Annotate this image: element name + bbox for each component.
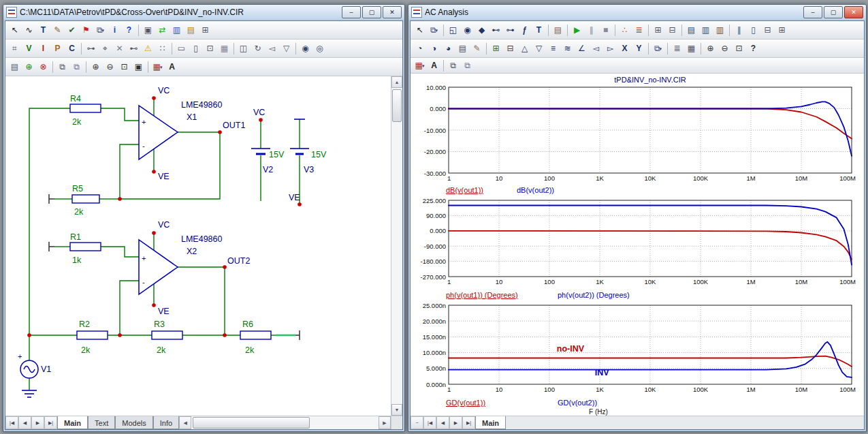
cross-hair-icon[interactable]: ⌖ (98, 42, 112, 55)
select-mode-icon[interactable]: ↖ (7, 24, 22, 37)
go-to-y-icon[interactable]: Y (632, 42, 646, 55)
close-button[interactable]: ✕ (844, 6, 863, 18)
zoom-area-icon[interactable]: ⊡ (732, 42, 746, 55)
color-pattern-icon[interactable]: ▦▾ (413, 59, 427, 72)
text-mode-icon[interactable]: T (36, 24, 50, 37)
node-voltages-icon[interactable]: V (22, 42, 36, 55)
label-out1[interactable]: OUT1 (223, 121, 245, 130)
panel-stack-1-icon[interactable]: ▤ (684, 24, 698, 37)
dropdown-arrow-icon[interactable]: ▾ (660, 46, 662, 51)
vertical-scrollbar[interactable]: ▲ ▼ (391, 76, 402, 416)
tab-models[interactable]: Models (115, 416, 152, 429)
analysis-plot-2[interactable]: 225.00090.0000.000-90.000-180.000-270.00… (415, 196, 857, 289)
graph-pages-icon[interactable]: ⧉▾ (427, 24, 441, 37)
prev-page-button[interactable]: ◀ (436, 416, 449, 429)
resistor-R6[interactable] (240, 331, 271, 339)
flag-mode-icon[interactable]: ⚑ (79, 24, 93, 37)
legend-item[interactable]: ph(v(out1)) (Degrees) (446, 291, 518, 299)
flip-x-icon[interactable]: ▽ (279, 42, 293, 55)
run-icon[interactable]: ▶ (570, 24, 584, 37)
vertical-tag-icon[interactable]: ⊶ (503, 24, 517, 37)
minus-button[interactable]: − (411, 416, 423, 429)
scale-mode-icon[interactable]: ◱ (446, 24, 460, 37)
analysis-plot-3[interactable]: 25.000n20.000n15.000n10.000n5.000n0.000n… (415, 301, 857, 397)
label-vc-v2[interactable]: VC (253, 108, 265, 117)
label-r4[interactable]: R4 (70, 94, 81, 104)
node-numbers-icon[interactable]: ⌗ (7, 42, 22, 55)
next-page-button[interactable]: ▶ (449, 416, 462, 429)
label-x2-name[interactable]: X2 (187, 247, 197, 256)
label-ve-x2[interactable]: VE (158, 307, 170, 316)
legend-item[interactable]: dB(v(out1)) (446, 186, 483, 194)
power-values-icon[interactable]: P (50, 42, 65, 55)
label-x1-name[interactable]: X1 (187, 112, 197, 122)
find-icon[interactable]: ◉ (298, 42, 312, 55)
border-toggle-icon[interactable]: ▭ (174, 42, 189, 55)
legend-item[interactable]: ph(v(out2)) (Degrees) (558, 291, 630, 299)
tab-main[interactable]: Main (57, 416, 88, 429)
split-horizontal-icon[interactable]: ∥ (732, 24, 746, 37)
vscroll-track[interactable] (391, 88, 402, 404)
zoom-area-icon[interactable]: ⊡ (117, 61, 131, 74)
copy-graph-icon[interactable]: ⧉ (446, 59, 460, 72)
window-tile-icon[interactable]: ▣ (141, 24, 155, 37)
source-V1[interactable] (20, 360, 38, 378)
title-block-icon[interactable]: ▯ (189, 42, 203, 55)
text-mode-icon[interactable]: T (532, 24, 546, 37)
info-mode-icon[interactable]: i (108, 24, 122, 37)
resistor-R1[interactable] (70, 243, 101, 251)
value-r3[interactable]: 2k (157, 345, 166, 355)
horizontal-scrollbar[interactable]: ◀ ▶ (179, 416, 391, 429)
scroll-left-button[interactable]: ◀ (179, 416, 191, 429)
component-pages-icon[interactable]: ⧉▾ (93, 24, 108, 37)
horizontal-tag-icon[interactable]: ⊷ (489, 24, 503, 37)
help-mode-icon[interactable]: ? (122, 24, 136, 37)
edit-curve-icon[interactable]: ✎ (470, 42, 484, 55)
grid-toggle-icon[interactable]: ∷ (155, 42, 170, 55)
cursor-left-icon[interactable]: ◅ (589, 42, 603, 55)
legend-item[interactable]: GD(v(out1)) (446, 399, 485, 407)
link-mode-icon[interactable]: ⇄ (155, 24, 170, 37)
low-tag-icon[interactable]: ≋ (560, 42, 575, 55)
resistor-R5[interactable] (72, 195, 99, 203)
snapshot-icon[interactable]: ▣ (131, 61, 146, 74)
dropdown-arrow-icon[interactable]: ▾ (102, 28, 105, 33)
resistor-R3[interactable] (152, 331, 182, 339)
zoom-in-icon[interactable]: ⊕ (703, 42, 718, 55)
analysis-window-icon[interactable]: ▥ (170, 24, 184, 37)
disable-icon[interactable]: ⊗ (36, 61, 50, 74)
panel-stack-2-icon[interactable]: ▥ (698, 24, 713, 37)
battery-V2[interactable] (251, 149, 270, 154)
define-mode-icon[interactable]: ✔ (65, 24, 79, 37)
value-r5[interactable]: 2k (74, 207, 84, 217)
flip-y-icon[interactable]: ◅ (265, 42, 279, 55)
optimizer-icon[interactable]: ◑ (427, 42, 441, 55)
plot-pages-icon[interactable]: ⧉▾ (651, 42, 665, 55)
color-pattern-icon[interactable]: ▦▾ (150, 61, 165, 74)
pause-icon[interactable]: ∥ (584, 24, 598, 37)
label-vc-x1[interactable]: VC (158, 86, 170, 95)
add-panel-icon[interactable]: ⊞ (651, 24, 665, 37)
sheet-properties-icon[interactable]: ▤ (7, 61, 22, 74)
remove-panel-icon[interactable]: ⊟ (665, 24, 679, 37)
scroll-down-button[interactable]: ▼ (391, 404, 402, 416)
cursor-right-icon[interactable]: ▻ (603, 42, 617, 55)
zoom-in-icon[interactable]: ⊕ (89, 61, 103, 74)
page-frame-icon[interactable]: ⊡ (203, 42, 217, 55)
peak-tag-icon[interactable]: △ (517, 42, 532, 55)
font-icon[interactable]: A (427, 59, 441, 72)
value-r6[interactable]: 2k (245, 345, 255, 355)
watch-icon[interactable]: ◕ (441, 42, 455, 55)
what-is-icon[interactable]: ? (746, 42, 760, 55)
curve-dB(v(out1))[interactable] (449, 109, 852, 139)
zoom-out-icon[interactable]: ⊖ (718, 42, 732, 55)
curve-GD(v(out2))[interactable] (449, 342, 852, 377)
stop-icon[interactable]: ■ (598, 24, 613, 37)
label-r1[interactable]: R1 (70, 232, 81, 242)
warning-layer-icon[interactable]: ⚠ (141, 42, 155, 55)
branch-currents-icon[interactable]: I (36, 42, 50, 55)
scroll-right-button[interactable]: ▶ (379, 416, 391, 429)
label-r6[interactable]: R6 (242, 320, 253, 329)
slope-tag-icon[interactable]: ∠ (575, 42, 589, 55)
valley-tag-icon[interactable]: ▽ (532, 42, 546, 55)
